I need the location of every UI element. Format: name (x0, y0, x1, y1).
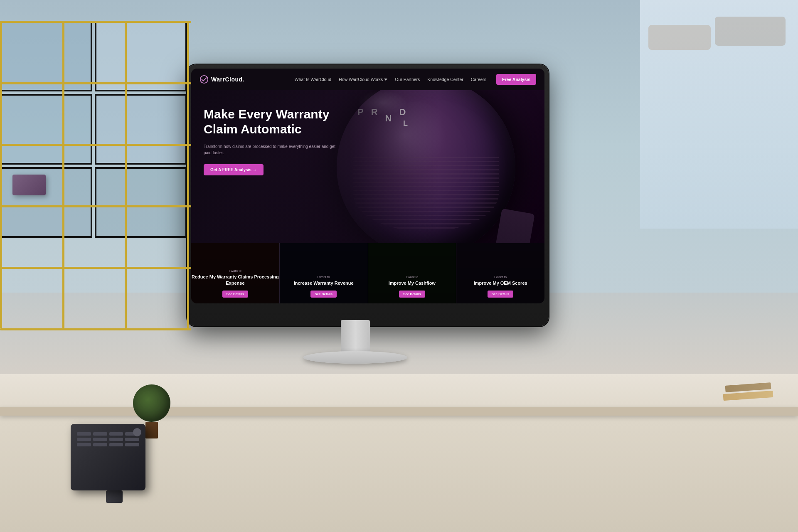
monitor-stand-base (303, 351, 407, 364)
hero-subtitle: Transform how claims are processed to ma… (204, 143, 337, 156)
nav-partners[interactable]: Our Partners (392, 75, 423, 84)
card-improve-oem: I want to Improve My OEM Scores See Deta… (456, 243, 544, 303)
phone-base (106, 490, 123, 503)
card-reduce-expense: I want to Reduce My Warranty Claims Proc… (191, 243, 279, 303)
phone-body (71, 424, 145, 490)
card-4-content: I want to Improve My OEM Scores See Deta… (474, 275, 527, 298)
key (109, 443, 123, 446)
nav-careers[interactable]: Careers (468, 75, 490, 84)
hero-title: Make Every Warranty Claim Automatic (204, 107, 337, 137)
card-4-button[interactable]: See Details (488, 291, 514, 298)
hero-section: P R N D L (191, 90, 544, 243)
card-1-button[interactable]: See Details (222, 291, 249, 298)
card-4-prefix: I want to (474, 275, 527, 279)
nav-links: What Is WarrCloud How WarrCloud Works Ou… (254, 75, 490, 84)
monitor-bezel: WarrCloud. What Is WarrCloud How WarrClo… (191, 69, 544, 303)
card-1-title: Reduce My Warranty Claims Processing Exp… (191, 274, 279, 286)
shelf-window-area (0, 0, 193, 241)
right-window-area (640, 0, 798, 229)
desk-phone (71, 424, 158, 507)
navbar: WarrCloud. What Is WarrCloud How WarrClo… (191, 69, 544, 90)
shelf-device (12, 175, 46, 195)
logo-text: WarrCloud. (211, 76, 244, 83)
key (125, 443, 139, 446)
warrcloud-logo-icon (200, 75, 209, 84)
card-1-content: I want to Reduce My Warranty Claims Proc… (191, 269, 279, 298)
window-pane-tl (0, 21, 92, 91)
card-4-title: Improve My OEM Scores (474, 280, 527, 286)
phone-keypad (71, 424, 145, 451)
card-2-content: I want to Increase Warranty Revenue See … (294, 275, 354, 298)
card-1-prefix: I want to (191, 269, 279, 273)
key (77, 438, 91, 441)
window-pane-tr (95, 21, 187, 91)
window-pane-mr (95, 94, 187, 165)
chevron-down-icon (384, 79, 387, 81)
website-container: WarrCloud. What Is WarrCloud How WarrClo… (191, 69, 544, 303)
key (93, 443, 107, 446)
window-pane-br (95, 167, 187, 238)
window-pane-ml (0, 94, 92, 165)
hero-cta-button[interactable]: Get A FREE Analysis → (204, 164, 264, 175)
car-silhouette-1 (648, 25, 711, 50)
nav-what-is[interactable]: What Is WarrCloud (291, 75, 335, 84)
logo: WarrCloud. (200, 75, 244, 84)
card-3-button[interactable]: See Details (399, 291, 425, 298)
plant-foliage (133, 384, 170, 422)
key (77, 443, 91, 446)
key (109, 438, 123, 441)
card-improve-cashflow: I want to Improve My Cashflow See Detail… (368, 243, 456, 303)
nav-knowledge-center[interactable]: Knowledge Center (424, 75, 466, 84)
desk-edge (0, 407, 798, 416)
card-2-title: Increase Warranty Revenue (294, 280, 354, 286)
key (93, 438, 107, 441)
nav-how-works[interactable]: How WarrCloud Works (335, 75, 391, 84)
nav-cta-button[interactable]: Free Analysis (496, 74, 536, 85)
hero-content: Make Every Warranty Claim Automatic Tran… (204, 107, 337, 175)
phone-speaker (133, 428, 141, 436)
card-3-prefix: I want to (389, 275, 436, 279)
monitor-outer: WarrCloud. What Is WarrCloud How WarrClo… (187, 64, 549, 326)
card-increase-revenue: I want to Increase Warranty Revenue See … (279, 243, 368, 303)
cards-row: I want to Reduce My Warranty Claims Proc… (191, 243, 544, 303)
key (93, 432, 107, 436)
card-3-content: I want to Improve My Cashflow See Detail… (389, 275, 436, 298)
key (77, 432, 91, 436)
key (109, 432, 123, 436)
card-2-button[interactable]: See Details (310, 291, 337, 298)
card-3-title: Improve My Cashflow (389, 280, 436, 286)
card-2-prefix: I want to (294, 275, 354, 279)
key (125, 438, 139, 441)
car-silhouette-2 (715, 17, 786, 46)
